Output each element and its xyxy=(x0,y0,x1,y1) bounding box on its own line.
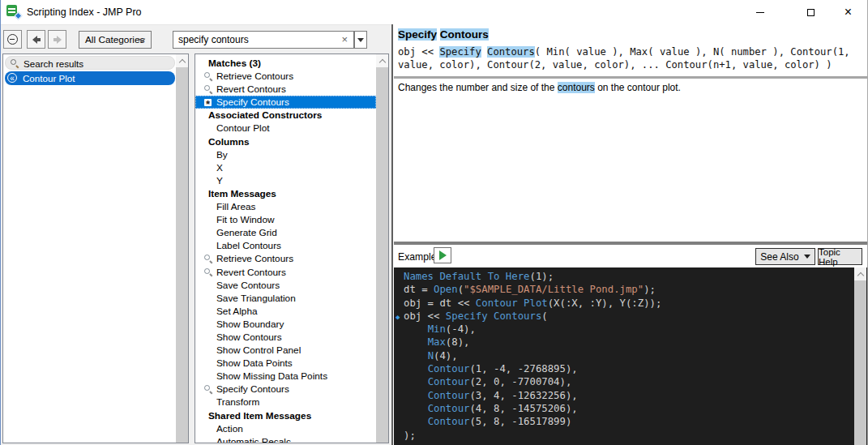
list-item-specify-contours[interactable]: *Specify Contours xyxy=(195,96,376,109)
category-dropdown[interactable]: All Categories xyxy=(79,31,152,49)
list-item-label: Revert Contours xyxy=(216,83,286,95)
scroll-up-button[interactable] xyxy=(854,267,866,280)
maximize-button[interactable] xyxy=(793,0,829,24)
code-segment: (4, 8, -14575206), xyxy=(469,403,577,414)
code-segment: ( xyxy=(458,284,464,295)
list-item-shared-item-messages[interactable]: Shared Item Messages xyxy=(195,409,376,422)
list-item-label: Transform xyxy=(216,396,259,408)
list-item-matches-3-[interactable]: Matches (3) xyxy=(195,57,376,70)
list-item-label: Show Control Panel xyxy=(216,344,301,356)
matches-panel: Matches (3)Retrieve ContoursRevert Conto… xyxy=(195,53,389,443)
list-item-label: Retrieve Contours xyxy=(216,253,293,264)
list-item-label: Show Data Points xyxy=(216,357,293,369)
topic-help-label: Topic Help xyxy=(819,247,862,267)
minimize-button[interactable] xyxy=(742,0,778,24)
text-segment: Changes the number and size of the xyxy=(398,82,558,93)
topic-title: Specify Contours xyxy=(398,28,489,41)
code-segment xyxy=(404,376,428,387)
nav-item-label: Contour Plot xyxy=(23,73,75,83)
search-history-dropdown[interactable] xyxy=(354,31,367,49)
run-icon xyxy=(439,250,447,260)
matches-scrollbar[interactable] xyxy=(376,54,388,443)
scroll-up-button[interactable] xyxy=(376,54,388,67)
list-item-show-control-panel[interactable]: Show Control Panel xyxy=(195,344,376,357)
list-item-label-contours[interactable]: Label Contours xyxy=(195,239,376,252)
list-item-columns[interactable]: Columns xyxy=(195,135,376,148)
clear-search-icon[interactable]: × xyxy=(341,34,348,45)
list-item-label: Retrieve Contours xyxy=(216,71,293,82)
scroll-up-button[interactable] xyxy=(176,54,188,67)
list-item-retrieve-contours[interactable]: Retrieve Contours xyxy=(195,70,376,83)
list-item-show-boundary[interactable]: Show Boundary xyxy=(195,318,376,331)
list-item-set-alpha[interactable]: Set Alpha xyxy=(195,305,376,318)
code-segment: (-4), xyxy=(446,323,476,335)
text-segment xyxy=(481,46,487,58)
list-item-save-contours[interactable]: Save Contours xyxy=(195,279,376,292)
close-button[interactable]: × xyxy=(830,0,866,24)
left-panel-scrollbar[interactable] xyxy=(176,54,188,443)
list-item-x[interactable]: X xyxy=(195,161,376,174)
list-item-save-triangulation[interactable]: Save Triangulation xyxy=(195,292,376,305)
list-item-automatic-recalc[interactable]: Automatic Recalc xyxy=(195,435,376,443)
chevron-up-icon xyxy=(857,272,863,278)
list-item-specify-contours[interactable]: Specify Contours xyxy=(195,383,376,396)
run-example-button[interactable] xyxy=(434,247,451,263)
list-item-transform[interactable]: Transform xyxy=(195,396,376,409)
list-item-label: Save Triangulation xyxy=(216,293,296,304)
forward-button[interactable] xyxy=(48,30,66,49)
list-item-show-data-points[interactable]: Show Data Points xyxy=(195,357,376,370)
code-line: N(4), xyxy=(404,349,850,362)
titlebar: Scripting Index - JMP Pro × xyxy=(0,0,868,24)
dropdown-arrow-icon xyxy=(357,38,364,42)
back-button[interactable] xyxy=(27,30,45,49)
list-item-fill-areas[interactable]: Fill Areas xyxy=(195,200,376,213)
code-segment: (4), xyxy=(434,350,458,362)
code-scrollbar[interactable] xyxy=(854,267,866,445)
code-line: Contour(2, 0, -7700704), xyxy=(404,375,850,388)
text-segment: obj << xyxy=(398,46,439,58)
search-match-icon xyxy=(204,72,212,80)
list-item-label: Show Contours xyxy=(216,332,282,343)
collapse-button[interactable] xyxy=(3,30,22,49)
search-input[interactable] xyxy=(178,32,328,47)
list-item-by[interactable]: By xyxy=(195,148,376,161)
list-item-retrieve-contours[interactable]: Retrieve Contours xyxy=(195,252,376,265)
search-match-icon xyxy=(204,85,212,93)
see-also-label: See Also xyxy=(760,251,798,263)
code-editor: Names Default To Here(1);dt = Open("$SAM… xyxy=(404,270,850,445)
code-segment: dt = xyxy=(404,284,434,295)
list-item-associated-constructors[interactable]: Associated Constructors xyxy=(195,109,376,122)
separator xyxy=(394,76,868,79)
see-also-button[interactable]: See Also xyxy=(755,248,815,265)
text-segment: on the contour plot. xyxy=(595,82,681,93)
list-item-label: Associated Constructors xyxy=(208,109,322,121)
text-segment: Specify xyxy=(398,28,437,41)
list-item-show-missing-data-points[interactable]: Show Missing Data Points xyxy=(195,370,376,383)
list-item-contour-plot[interactable]: Contour Plot xyxy=(195,122,376,135)
list-item-show-contours[interactable]: Show Contours xyxy=(195,331,376,344)
nav-item-contour-plot[interactable]: « Contour Plot xyxy=(5,71,175,85)
code-segment: Contour xyxy=(428,403,470,414)
list-item-label: Shared Item Messages xyxy=(208,410,311,421)
list-item-revert-contours[interactable]: Revert Contours xyxy=(195,266,376,279)
collapse-icon xyxy=(7,34,18,45)
code-line: Names Default To Here(1); xyxy=(404,270,850,283)
code-segment: Contour xyxy=(428,416,470,427)
category-dropdown-value: All Categories xyxy=(85,34,144,45)
list-item-generate-grid[interactable]: Generate Grid xyxy=(195,226,376,239)
list-item-label: By xyxy=(216,149,228,160)
list-item-y[interactable]: Y xyxy=(195,174,376,187)
search-results-panel: Search results « Contour Plot xyxy=(2,53,189,443)
list-item-revert-contours[interactable]: Revert Contours xyxy=(195,83,376,96)
window-border-left xyxy=(0,0,1,445)
list-item-item-messages[interactable]: Item Messages xyxy=(195,187,376,200)
search-match-icon xyxy=(204,385,212,393)
list-item-fit-to-window[interactable]: Fit to Window xyxy=(195,213,376,226)
text-segment: Specify xyxy=(439,46,481,58)
code-line: ◆obj << Specify Contours( xyxy=(404,310,850,323)
topic-help-button[interactable]: Topic Help xyxy=(818,248,862,265)
list-item-action[interactable]: Action xyxy=(195,422,376,435)
syntax-text: obj << Specify Contours( Min( value ), M… xyxy=(398,46,862,71)
code-segment: Min xyxy=(428,323,446,335)
nav-item-search-results[interactable]: Search results xyxy=(5,56,175,70)
